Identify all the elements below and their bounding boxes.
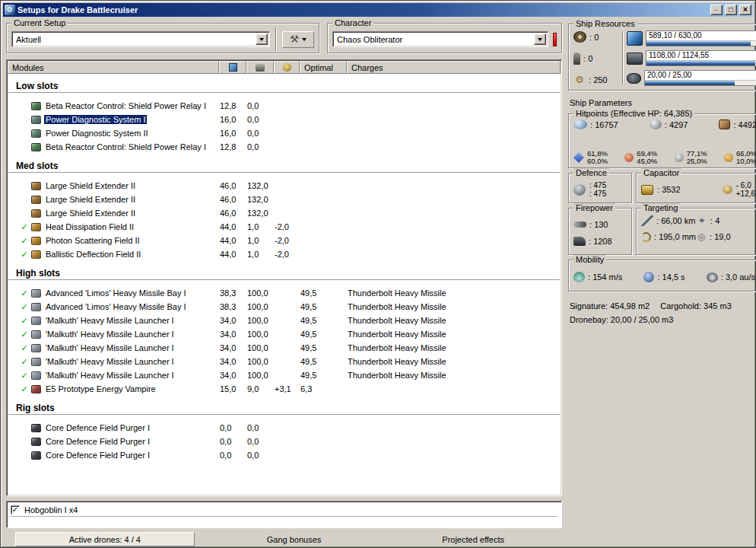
powergrid-column-header[interactable]: [246, 61, 274, 74]
module-icon: [31, 371, 41, 380]
module-name: Core Defence Field Purger I: [44, 451, 151, 460]
section-title-rig-slots: Rig slots: [8, 396, 560, 415]
mobility-label: Mobility: [573, 255, 606, 264]
module-powergrid-value: 0,0: [247, 101, 275, 110]
charges-column-header[interactable]: Charges: [347, 61, 561, 74]
module-name: 'Malkuth' Heavy Missile Launcher I: [44, 330, 176, 339]
ship-resources-inner: 0 0 250 589,10 / 630,00: [569, 24, 756, 90]
module-name-cell: Photon Scattering Field II: [44, 236, 220, 245]
modules-list-header[interactable]: Modules Optimal Charges: [8, 61, 561, 74]
close-button[interactable]: [739, 5, 751, 15]
setup-tools-button[interactable]: [282, 31, 314, 48]
align-time-value: 14,5 s: [657, 272, 685, 282]
module-powergrid-value: 9,0: [247, 384, 275, 393]
drone-bay-item[interactable]: ✓Hobgoblin I x4: [11, 504, 557, 517]
max-velocity-value: 154 m/s: [588, 272, 622, 282]
module-icon: [31, 196, 41, 204]
module-row[interactable]: ✓Advanced 'Limos' Heavy Missile Bay I38,…: [8, 286, 561, 300]
max-targets-stat: 4: [696, 215, 756, 226]
minimize-button[interactable]: [710, 5, 723, 15]
sensor-strength-icon: [696, 231, 707, 242]
module-charge-value: Thunderbolt Heavy Missile: [348, 343, 561, 352]
module-row[interactable]: ✓Photon Scattering Field II44,01,0-2,0: [8, 234, 561, 247]
left-column: Current Setup Aktuell Char: [6, 18, 562, 545]
character-combobox-value: Chaos Obliterator: [337, 35, 534, 44]
module-name-cell: Beta Reactor Control: Shield Power Relay…: [44, 101, 220, 110]
module-row[interactable]: ✓Heat Dissipation Field II44,01,0-2,0: [8, 220, 561, 234]
targeting-label: Targeting: [641, 203, 680, 212]
module-icon-cell: [31, 451, 44, 460]
optimal-column-header[interactable]: Optimal: [300, 61, 347, 74]
targeting-group: Targeting 66,00 km 4 195,0 mm 19,0: [636, 208, 756, 255]
hull-icon: [719, 119, 730, 129]
title-bar[interactable]: Setups for Drake Battlecruiser: [3, 3, 753, 17]
module-row[interactable]: ✓Advanced 'Limos' Heavy Missile Bay I38,…: [8, 300, 561, 314]
capacitor-group: Capacitor 3532 - 6,0 +12,6: [636, 173, 756, 203]
character-group: Character Chaos Obliterator: [327, 23, 562, 53]
module-name: Large Shield Extender II: [44, 195, 137, 204]
setup-combobox[interactable]: Aktuell: [11, 31, 270, 47]
module-row[interactable]: Large Shield Extender II46,0132,0: [8, 179, 561, 193]
modules-column-header[interactable]: Modules: [8, 61, 219, 74]
module-active-check-icon: ✓: [17, 343, 31, 353]
module-icon: [31, 303, 41, 311]
chevron-down-icon: [538, 38, 542, 43]
module-powergrid-value: 100,0: [247, 371, 275, 380]
modules-list-body: Low slotsBeta Reactor Control: Shield Po…: [8, 74, 561, 495]
module-row[interactable]: ✓'Malkuth' Heavy Missile Launcher I34,01…: [8, 327, 561, 341]
module-name: 'Malkuth' Heavy Missile Launcher I: [44, 316, 176, 325]
defence-bottom-value: 475: [589, 190, 606, 198]
module-row[interactable]: Power Diagnostic System II16,00,0: [8, 126, 561, 140]
module-cpu-value: 34,0: [220, 357, 247, 366]
maximize-button[interactable]: [725, 5, 737, 15]
module-row[interactable]: ✓E5 Prototype Energy Vampire15,09,0+3,16…: [8, 382, 561, 396]
module-name-cell: Core Defence Field Purger I: [44, 437, 220, 446]
drone-checkbox[interactable]: ✓: [11, 505, 20, 515]
module-row[interactable]: Core Defence Field Purger I0,00,0: [8, 448, 561, 462]
module-row[interactable]: Beta Reactor Control: Shield Power Relay…: [8, 99, 561, 113]
module-row[interactable]: Beta Reactor Control: Shield Power Relay…: [8, 140, 561, 154]
firepower-targeting-row: Firepower 130 1208 Targeting 66,00 km 4 …: [568, 203, 756, 255]
module-powergrid-value: 1,0: [247, 222, 275, 231]
kinetic-resist-armor: 25,0%: [687, 158, 707, 165]
kinetic-resist-stat: 77,1%25,0%: [675, 150, 707, 165]
setup-combobox-arrow-button[interactable]: [256, 33, 268, 45]
module-row[interactable]: Large Shield Extender II46,0132,0: [8, 206, 561, 220]
status-tab-projected-effects[interactable]: Projected effects: [384, 532, 562, 546]
module-active-check-icon: ✓: [17, 316, 31, 326]
eft-window: Setups for Drake Battlecruiser Current S…: [0, 0, 756, 548]
status-tab-gang-bonuses[interactable]: Gang bonuses: [205, 532, 383, 546]
module-icon: [31, 182, 41, 190]
module-row[interactable]: ✓'Malkuth' Heavy Missile Launcher I34,01…: [8, 341, 561, 355]
module-row[interactable]: ✓'Malkuth' Heavy Missile Launcher I34,01…: [8, 368, 561, 382]
module-row[interactable]: ✓'Malkuth' Heavy Missile Launcher I34,01…: [8, 355, 561, 368]
capacitor-label: Capacitor: [641, 168, 681, 177]
misc-stats: Signature: 454,98 m2 Cargohold: 345 m3 D…: [568, 301, 756, 324]
module-row[interactable]: ✓'Malkuth' Heavy Missile Launcher I34,01…: [8, 314, 561, 327]
module-name: Power Diagnostic System I: [44, 115, 147, 124]
module-icon-cell: [31, 358, 44, 366]
module-icon-cell: [31, 182, 44, 190]
character-combobox[interactable]: Chaos Obliterator: [332, 31, 548, 47]
cpu-column-header[interactable]: [219, 61, 246, 74]
capacitor-column-header[interactable]: [274, 61, 300, 74]
module-icon-cell: [31, 289, 44, 298]
armor-icon: [650, 119, 662, 129]
module-powergrid-value: 0,0: [247, 142, 275, 151]
ship-resources-group: Ship Resources 0 0 250 589,10 / 630,00: [568, 24, 756, 91]
launcher-hardpoints-value: 0: [583, 54, 592, 63]
firepower-inner: 130 1208: [569, 209, 631, 254]
module-cpu-value: 44,0: [220, 236, 247, 245]
module-row[interactable]: Core Defence Field Purger I0,00,0: [8, 421, 561, 435]
module-row[interactable]: Power Diagnostic System I16,00,0: [8, 113, 561, 126]
module-row[interactable]: Core Defence Field Purger I0,00,0: [8, 435, 561, 448]
scan-resolution-stat: 195,0 mm: [641, 231, 696, 242]
status-tab-active-drones-4-4[interactable]: Active drones: 4 / 4: [15, 532, 195, 546]
hull-hp-value: 4492: [733, 120, 756, 129]
module-row[interactable]: Large Shield Extender II46,0132,0: [8, 193, 561, 206]
character-combobox-arrow-button[interactable]: [534, 33, 546, 45]
sensor-strength-value: 19,0: [710, 232, 731, 241]
calibration-icon: [573, 74, 586, 85]
main-area: Current Setup Aktuell Char: [3, 17, 753, 545]
module-row[interactable]: ✓Ballistic Deflection Field II44,01,0-2,…: [8, 247, 561, 261]
